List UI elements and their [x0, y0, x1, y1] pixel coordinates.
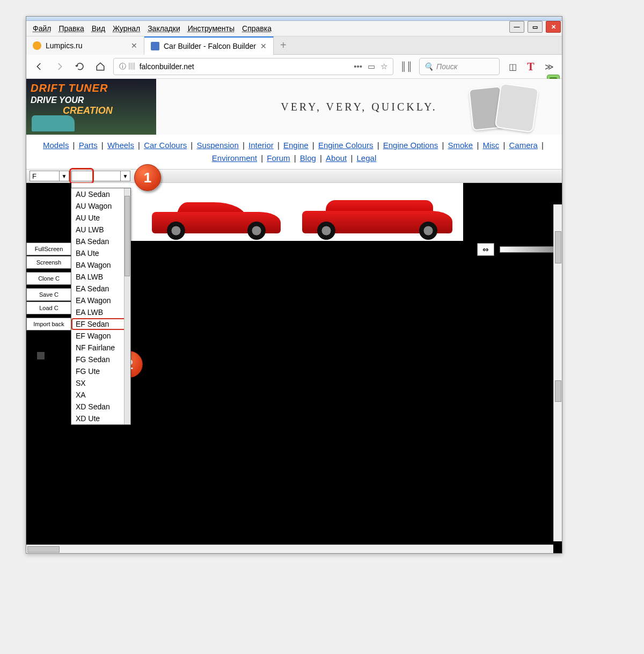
model-option[interactable]: FG Sedan	[71, 354, 130, 365]
menu-edit[interactable]: Правка	[56, 23, 86, 34]
home-button[interactable]	[93, 59, 108, 74]
menu-history[interactable]: Журнал	[111, 23, 142, 34]
nav-link-legal[interactable]: Legal	[357, 153, 377, 163]
search-icon: 🔍	[424, 62, 433, 71]
stage: ⇔	[71, 183, 562, 553]
selector-bar: F ▼ ▼	[26, 169, 562, 183]
model-option[interactable]: SX	[71, 377, 130, 389]
model-option[interactable]: EF Sedan	[71, 318, 130, 330]
model-option[interactable]: EF Wagon	[71, 330, 130, 342]
nav-link-environment[interactable]: Environment	[212, 153, 257, 163]
model-option[interactable]: AU Sedan	[71, 188, 130, 200]
model-option[interactable]: BA Sedan	[71, 236, 130, 247]
reader-icon[interactable]: ▭	[368, 62, 375, 71]
zoom-slider[interactable]	[500, 246, 559, 253]
nav-separator: |	[70, 141, 77, 150]
url-bar[interactable]: ⓘ ▥ falconbuilder.net ••• ▭ ☆	[113, 58, 393, 75]
nav-link-models[interactable]: Models	[43, 141, 69, 150]
model-option[interactable]: AU Ute	[71, 212, 130, 224]
sidebar-icon[interactable]: ◫	[505, 59, 520, 74]
site-identity-icon[interactable]: ⓘ ▥	[119, 62, 135, 71]
import-bg-button[interactable]: Import back	[26, 318, 71, 330]
scroll-thumb[interactable]	[555, 231, 561, 263]
nav-separator: |	[310, 141, 317, 150]
page-actions-icon[interactable]: •••	[354, 62, 362, 71]
model-option[interactable]: NF Fairlane	[71, 342, 130, 354]
tab-label: Lumpics.ru	[46, 41, 82, 50]
model-option[interactable]: EA Wagon	[71, 295, 130, 306]
model-option[interactable]: XA	[71, 389, 130, 401]
nav-separator: |	[440, 141, 446, 150]
car-preview-sedan	[152, 200, 281, 240]
nav-link-car-colours[interactable]: Car Colours	[144, 141, 187, 150]
nav-link-camera[interactable]: Camera	[509, 141, 538, 150]
model-option[interactable]: BA Wagon	[71, 259, 130, 271]
model-option[interactable]: BA Ute	[71, 247, 130, 259]
model-select[interactable]: ▼	[71, 171, 130, 181]
fullscreen-button[interactable]: FullScreen	[26, 243, 71, 255]
horizontal-scrollbar[interactable]	[26, 545, 553, 553]
nav-link-forum[interactable]: Forum	[267, 153, 290, 163]
tab-carbuilder[interactable]: Car Builder - Falcon Builder ✕	[144, 36, 274, 55]
drift-tuner-ad[interactable]: DRIFT TUNER DRIVE YOUR CREATION	[26, 79, 156, 135]
forward-button[interactable]	[52, 59, 67, 74]
nav-link-suspension[interactable]: Suspension	[196, 141, 238, 150]
nav-link-engine-colours[interactable]: Engine Colours	[318, 141, 374, 150]
slogan-text: VERY, VERY, QUICKLY.	[281, 101, 437, 113]
resize-tool-icon[interactable]: ⇔	[477, 243, 494, 256]
close-button[interactable]: ✕	[546, 21, 561, 33]
model-option[interactable]: EA LWB	[71, 306, 130, 318]
menu-bookmarks[interactable]: Закладки	[145, 23, 182, 34]
overflow-icon[interactable]: ≫	[541, 59, 557, 74]
nav-link-engine-options[interactable]: Engine Options	[383, 141, 438, 150]
menu-view[interactable]: Вид	[90, 23, 107, 34]
dropdown-arrow-icon: ▼	[59, 171, 69, 181]
dropdown-scroll-thumb[interactable]	[125, 196, 130, 276]
vertical-scrollbar[interactable]	[553, 204, 562, 541]
model-option[interactable]: BA LWB	[71, 271, 130, 283]
nav-link-parts[interactable]: Parts	[79, 141, 98, 150]
maximize-button[interactable]: ▭	[528, 21, 543, 33]
menu-tools[interactable]: Инструменты	[186, 23, 237, 34]
nav-link-engine[interactable]: Engine	[283, 141, 309, 150]
nav-bar: ⓘ ▥ falconbuilder.net ••• ▭ ☆ ║║ 🔍 Поиск…	[26, 55, 562, 79]
model-dropdown[interactable]: AU SedanAU WagonAU UteAU LWBBA SedanBA U…	[71, 188, 131, 425]
tab-close-icon[interactable]: ✕	[131, 41, 137, 50]
reload-button[interactable]	[72, 59, 87, 74]
nav-separator: |	[375, 141, 381, 150]
nav-link-smoke[interactable]: Smoke	[448, 141, 473, 150]
nav-link-interior[interactable]: Interior	[248, 141, 274, 150]
model-option[interactable]: EA Sedan	[71, 283, 130, 295]
library-icon[interactable]: ║║	[399, 59, 414, 74]
save-button[interactable]: Save C	[26, 288, 71, 301]
nav-link-wheels[interactable]: Wheels	[107, 141, 134, 150]
nav-link-blog[interactable]: Blog	[300, 153, 316, 163]
scroll-thumb[interactable]	[27, 546, 60, 553]
nav-separator: |	[318, 153, 324, 163]
slogan-banner: VERY, VERY, QUICKLY.	[156, 79, 562, 135]
nav-separator: |	[275, 141, 282, 150]
model-option[interactable]: XD Ute	[71, 413, 130, 424]
screenshot-button[interactable]: Screensh	[26, 256, 71, 269]
back-button[interactable]	[32, 59, 47, 74]
clone-button[interactable]: Clone C	[26, 272, 71, 285]
bookmark-star-icon[interactable]: ☆	[380, 62, 387, 71]
new-tab-button[interactable]: +	[274, 39, 293, 52]
search-bar[interactable]: 🔍 Поиск	[419, 58, 500, 75]
minimize-button[interactable]: —	[509, 21, 524, 33]
extension-t-icon[interactable]: T	[523, 59, 538, 74]
model-option[interactable]: AU LWB	[71, 224, 130, 236]
model-option[interactable]: AU Wagon	[71, 200, 130, 212]
nav-link-about[interactable]: About	[326, 153, 347, 163]
model-option[interactable]: XD Sedan	[71, 401, 130, 413]
brand-select[interactable]: F ▼	[30, 171, 69, 181]
tab-lumpics[interactable]: Lumpics.ru ✕	[26, 36, 144, 55]
menu-help[interactable]: Справка	[240, 23, 274, 34]
tab-close-icon[interactable]: ✕	[260, 42, 267, 50]
model-option[interactable]: FG Ute	[71, 365, 130, 377]
menu-file[interactable]: Файл	[31, 23, 53, 34]
tab-strip: Lumpics.ru ✕ Car Builder - Falcon Builde…	[26, 36, 562, 55]
load-button[interactable]: Load C	[26, 302, 71, 314]
scroll-thumb[interactable]	[555, 380, 561, 402]
nav-link-misc[interactable]: Misc	[482, 141, 499, 150]
